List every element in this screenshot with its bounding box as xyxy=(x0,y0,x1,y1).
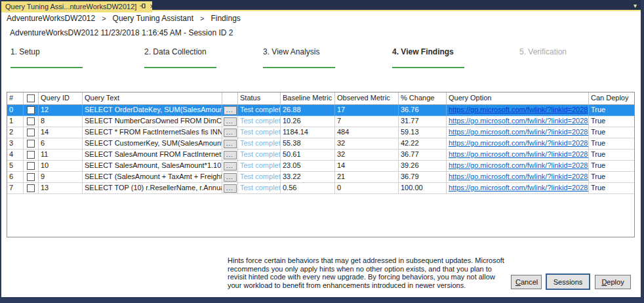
query-text-expand-cell: ... xyxy=(222,127,238,138)
wizard-step-progress-line xyxy=(263,67,335,68)
query-text-cell: SELECT SalesAmount, SalesAmount*1.10 Sal… xyxy=(83,161,222,172)
table-row[interactable]: 36SELECT CustomerKey, SUM(SalesAmount) A… xyxy=(7,138,634,150)
baseline-metric-cell: 10.26 xyxy=(281,116,335,127)
row-checkbox[interactable] xyxy=(27,162,35,170)
status-cell: Test complete xyxy=(238,150,281,161)
query-option-link[interactable]: https://go.microsoft.com/fwlink/?linkid=… xyxy=(449,128,589,136)
row-checkbox[interactable] xyxy=(27,173,35,181)
query-id-cell: 13 xyxy=(39,183,83,194)
query-option-cell: https://go.microsoft.com/fwlink/?linkid=… xyxy=(447,138,589,150)
session-label: AdventureWorksDW2012 11/23/2018 1:16:45 … xyxy=(10,28,233,37)
query-option-link[interactable]: https://go.microsoft.com/fwlink/?linkid=… xyxy=(449,184,589,192)
row-checkbox[interactable] xyxy=(27,117,35,125)
breadcrumb-item[interactable]: Query Tuning Assistant xyxy=(113,14,193,23)
observed-metric-cell: 7 xyxy=(335,116,399,127)
can-deploy-cell: True xyxy=(589,105,634,116)
pin-icon[interactable] xyxy=(140,3,146,10)
table-row[interactable]: 411SELECT SalesAmount FROM FactInternetS… xyxy=(7,150,634,161)
row-checkbox[interactable] xyxy=(27,140,35,148)
query-id-cell: 12 xyxy=(39,105,83,116)
row-checkbox[interactable] xyxy=(27,106,35,114)
status-cell: Test complete xyxy=(238,172,281,183)
wizard-step-label: 1. Setup xyxy=(10,47,102,56)
query-text-expand-button[interactable]: ... xyxy=(224,140,237,148)
wizard-step-5: 5. Verification xyxy=(519,47,611,56)
row-header-num: 3 xyxy=(7,138,24,150)
cancel-button[interactable]: Cancel xyxy=(511,275,542,289)
table-row[interactable]: 510SELECT SalesAmount, SalesAmount*1.10 … xyxy=(7,161,634,172)
row-checkbox[interactable] xyxy=(27,129,35,136)
query-text-expand-button[interactable]: ... xyxy=(224,184,237,193)
column-header-pct-change[interactable]: % Change xyxy=(399,92,447,105)
select-all-checkbox[interactable] xyxy=(27,94,35,102)
query-text-expand-button[interactable]: ... xyxy=(224,106,237,115)
row-header-num: 2 xyxy=(7,127,24,138)
query-text-expand-button[interactable]: ... xyxy=(224,162,237,171)
query-option-link[interactable]: https://go.microsoft.com/fwlink/?linkid=… xyxy=(449,150,589,158)
row-header-num: 1 xyxy=(7,116,24,127)
column-header-status[interactable]: Status xyxy=(238,92,281,105)
grid-header-row: #Query IDQuery TextStatusBaseline Metric… xyxy=(7,92,634,105)
query-text-expand-button[interactable]: ... xyxy=(224,151,237,159)
pct-change-cell: 36.79 xyxy=(399,172,447,183)
query-option-cell: https://go.microsoft.com/fwlink/?linkid=… xyxy=(447,183,589,194)
table-row[interactable]: 012SELECT OrderDateKey, SUM(SalesAmount)… xyxy=(7,105,634,116)
tab-title: Query Tuning Assi...ntureWorksDW2012] xyxy=(5,3,136,10)
observed-metric-cell: 17 xyxy=(335,105,399,116)
query-option-cell: https://go.microsoft.com/fwlink/?linkid=… xyxy=(447,150,589,161)
document-tab[interactable]: Query Tuning Assi...ntureWorksDW2012] ✕ xyxy=(1,1,152,12)
table-row[interactable]: 713SELECT TOP (10) r.ResellerName, r.Ann… xyxy=(7,183,634,194)
row-header-num: 4 xyxy=(7,150,24,161)
column-header-query-text[interactable]: Query Text xyxy=(83,92,222,105)
column-header-can-deploy[interactable]: Can Deploy xyxy=(589,92,634,105)
can-deploy-cell: True xyxy=(589,116,634,127)
query-text-expand-button[interactable]: ... xyxy=(224,117,237,126)
wizard-step-2: 2. Data Collection xyxy=(144,47,236,68)
table-row[interactable]: 69SELECT (SalesAmount + TaxAmt + Freight… xyxy=(7,172,634,183)
query-option-link[interactable]: https://go.microsoft.com/fwlink/?linkid=… xyxy=(449,172,589,180)
query-text-expand-cell: ... xyxy=(222,172,238,183)
baseline-metric-cell: 33.22 xyxy=(281,172,335,183)
query-text-expand-button[interactable]: ... xyxy=(224,173,237,182)
query-id-cell: 8 xyxy=(39,116,83,127)
wizard-step-label: 4. View Findings xyxy=(392,47,484,56)
table-row[interactable]: 18SELECT NumberCarsOwned FROM DimCustom.… xyxy=(7,116,634,127)
query-text-cell: SELECT * FROM FactInternetSales fis INNE… xyxy=(83,127,222,138)
row-checkbox[interactable] xyxy=(27,151,35,159)
query-text-expand-button[interactable]: ... xyxy=(224,129,237,137)
can-deploy-cell: True xyxy=(589,161,634,172)
column-header-num[interactable]: # xyxy=(7,92,24,105)
query-id-cell: 9 xyxy=(39,172,83,183)
query-text-cell: SELECT OrderDateKey, SUM(SalesAmount) AS… xyxy=(83,105,222,116)
findings-grid: #Query IDQuery TextStatusBaseline Metric… xyxy=(7,92,635,237)
baseline-metric-cell: 1184.14 xyxy=(281,127,335,138)
chevron-down-icon[interactable]: ▾ xyxy=(634,2,637,9)
deploy-button[interactable]: Deploy xyxy=(595,275,631,289)
column-header-select[interactable] xyxy=(24,92,39,105)
query-text-expand-cell: ... xyxy=(222,161,238,172)
row-checkbox[interactable] xyxy=(27,184,35,192)
close-icon[interactable]: ✕ xyxy=(150,4,155,10)
query-text-cell: SELECT TOP (10) r.ResellerName, r.Annual… xyxy=(83,183,222,194)
query-option-link[interactable]: https://go.microsoft.com/fwlink/?linkid=… xyxy=(449,117,589,125)
query-id-cell: 6 xyxy=(39,138,83,150)
sessions-button[interactable]: Sessions xyxy=(546,273,590,290)
wizard-step-progress-line xyxy=(10,67,83,68)
breadcrumb-item[interactable]: Findings xyxy=(211,14,240,23)
wizard-step-progress-line xyxy=(392,67,464,68)
table-row[interactable]: 214SELECT * FROM FactInternetSales fis I… xyxy=(7,127,634,138)
can-deploy-cell: True xyxy=(589,172,634,183)
pct-change-cell: 36.77 xyxy=(399,150,447,161)
query-option-link[interactable]: https://go.microsoft.com/fwlink/?linkid=… xyxy=(449,139,589,147)
column-header-query-option[interactable]: Query Option xyxy=(447,92,589,105)
row-select-cell xyxy=(24,183,39,194)
breadcrumb-item[interactable]: AdventureWorksDW2012 xyxy=(7,14,95,23)
query-option-link[interactable]: https://go.microsoft.com/fwlink/?linkid=… xyxy=(449,161,589,169)
column-header-baseline-metric[interactable]: Baseline Metric xyxy=(281,92,335,105)
wizard-step-3: 3. View Analysis xyxy=(263,47,355,68)
query-text-expand-cell: ... xyxy=(222,138,238,150)
baseline-metric-cell: 55.38 xyxy=(281,138,335,150)
query-option-link[interactable]: https://go.microsoft.com/fwlink/?linkid=… xyxy=(449,106,589,113)
column-header-query-id[interactable]: Query ID xyxy=(39,92,83,105)
column-header-observed-metric[interactable]: Observed Metric xyxy=(335,92,399,105)
